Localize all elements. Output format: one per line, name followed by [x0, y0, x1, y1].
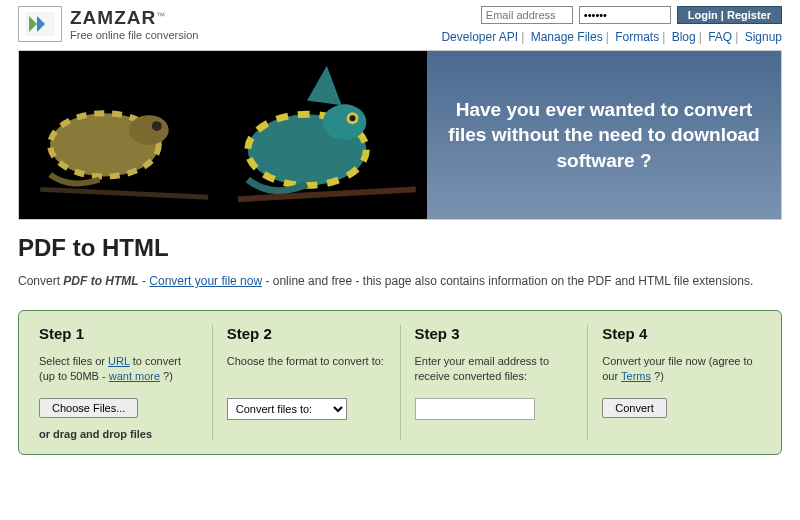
step-2: Step 2 Choose the format to convert to: …: [213, 325, 401, 440]
sub-em: PDF to HTML: [63, 274, 138, 288]
step3-heading: Step 3: [415, 325, 574, 342]
terms-link[interactable]: Terms: [621, 370, 651, 382]
header-right: Login | Register Developer API| Manage F…: [441, 6, 782, 44]
format-select[interactable]: Convert files to:: [227, 398, 347, 420]
sub-rest: - online and free - this page also conta…: [262, 274, 753, 288]
url-link[interactable]: URL: [108, 355, 130, 367]
step-4: Step 4 Convert your file now (agree to o…: [588, 325, 775, 440]
login-register-button[interactable]: Login | Register: [677, 6, 782, 24]
page-title: PDF to HTML: [18, 234, 782, 262]
want-more-link[interactable]: want more: [109, 370, 160, 382]
title-block: PDF to HTML Convert PDF to HTML - Conver…: [0, 220, 800, 296]
nav-developer-api[interactable]: Developer API: [441, 30, 518, 44]
steps-panel: Step 1 Select files or URL to convert (u…: [18, 310, 782, 455]
hero-image: [19, 51, 427, 219]
step3-text: Enter your email address to receive conv…: [415, 354, 574, 386]
nav-signup[interactable]: Signup: [745, 30, 782, 44]
step4-text: Convert your file now (agree to our Term…: [602, 354, 761, 386]
nav-row: Developer API| Manage Files| Formats| Bl…: [441, 30, 782, 44]
nav-manage-files[interactable]: Manage Files: [531, 30, 603, 44]
brand-name: ZAMZAR: [70, 7, 156, 28]
login-row: Login | Register: [481, 6, 782, 24]
step-3: Step 3 Enter your email address to recei…: [401, 325, 589, 440]
subtitle: Convert PDF to HTML - Convert your file …: [18, 274, 782, 288]
drag-drop-hint: or drag and drop files: [39, 428, 198, 440]
nav-formats[interactable]: Formats: [615, 30, 659, 44]
logo-block: ZAMZAR™ Free online file conversion: [18, 6, 198, 42]
step-1: Step 1 Select files or URL to convert (u…: [25, 325, 213, 440]
email-input[interactable]: [415, 398, 535, 420]
step2-heading: Step 2: [227, 325, 386, 342]
step2-text: Choose the format to convert to:: [227, 354, 386, 386]
convert-now-link[interactable]: Convert your file now: [149, 274, 262, 288]
hero-banner: Have you ever wanted to convert files wi…: [18, 50, 782, 220]
nav-faq[interactable]: FAQ: [708, 30, 732, 44]
password-field[interactable]: [579, 6, 671, 24]
svg-point-6: [129, 115, 169, 145]
svg-point-7: [152, 121, 162, 131]
logo-icon: [18, 6, 62, 42]
svg-point-13: [350, 115, 356, 121]
step1-text: Select files or URL to convert (up to 50…: [39, 354, 198, 386]
header: ZAMZAR™ Free online file conversion Logi…: [0, 0, 800, 44]
nav-blog[interactable]: Blog: [672, 30, 696, 44]
hero-message: Have you ever wanted to convert files wi…: [447, 97, 761, 174]
sub-dash: -: [139, 274, 150, 288]
sub-prefix: Convert: [18, 274, 63, 288]
trademark: ™: [156, 11, 165, 21]
brand-tagline: Free online file conversion: [70, 29, 198, 41]
convert-button[interactable]: Convert: [602, 398, 667, 418]
step4-heading: Step 4: [602, 325, 761, 342]
svg-point-11: [323, 104, 366, 140]
hero-text-panel: Have you ever wanted to convert files wi…: [427, 51, 781, 219]
step1-heading: Step 1: [39, 325, 198, 342]
choose-files-button[interactable]: Choose Files...: [39, 398, 138, 418]
email-field[interactable]: [481, 6, 573, 24]
